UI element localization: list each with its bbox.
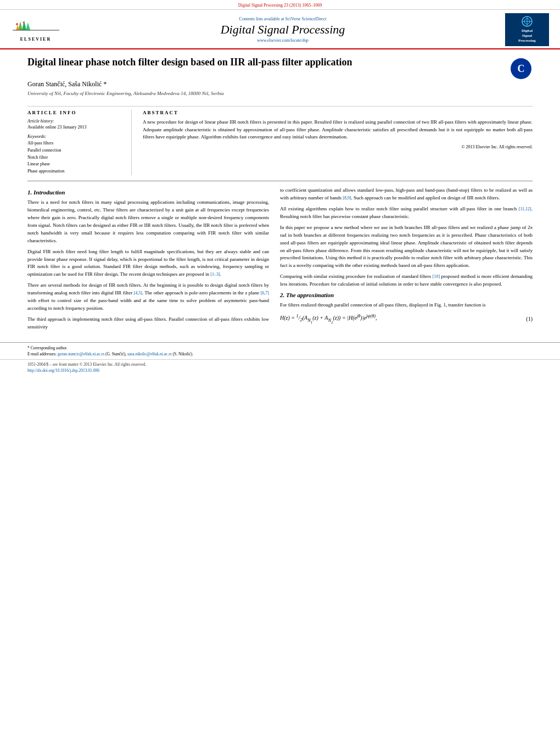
left-column: 1. Introduction There is a need for notc… xyxy=(27,187,269,334)
abstract-text: A new procedure for design of linear pha… xyxy=(143,119,533,141)
right-column: to coefficient quantization and allows s… xyxy=(280,187,533,334)
ref-8-9[interactable]: [8,9] xyxy=(343,196,351,200)
formula-1: H(z) = 1/2(AN1(z) + AN2(z)) = |H(ejθ)|ej… xyxy=(280,314,533,324)
keywords-label: Keywords: xyxy=(27,134,123,139)
journal-title: Digital Signal Processing xyxy=(71,23,494,37)
keyword-5: Phase approximation xyxy=(27,168,123,175)
intro-para-2: Digital FIR notch filter need long filte… xyxy=(27,248,269,279)
formula-number: (1) xyxy=(526,316,533,322)
sciverse-link[interactable]: Contents lists available at SciVerse Sci… xyxy=(71,16,494,21)
crossmark-logo[interactable]: C xyxy=(511,58,533,80)
footnote-area: * Corresponding author. E-mail addresses… xyxy=(0,342,560,360)
affiliation: University of Niš, Faculty of Electronic… xyxy=(27,91,533,96)
article-info-panel: ARTICLE INFO Article history: Available … xyxy=(27,110,132,175)
intro-para-4: The third approach is implementing notch… xyxy=(27,316,269,331)
copyright-notice: © 2013 Elsevier Inc. All rights reserved… xyxy=(143,144,533,149)
ref-6-7[interactable]: [6,7] xyxy=(261,291,269,295)
elsevier-wordmark: ELSEVIER xyxy=(20,37,51,42)
article-history-label: Article history: xyxy=(27,119,123,124)
section2-heading: 2. The approximation xyxy=(280,292,533,298)
journal-logo-box: DigitalSignalProcessing xyxy=(505,13,549,46)
footnote-email-2[interactable]: sasa.nikolic@elfak.ni.ac.rs xyxy=(127,352,172,356)
intro-para-3: There are several methods for design of … xyxy=(27,282,269,313)
ref-10[interactable]: [10] xyxy=(433,274,440,279)
available-online: Available online 23 January 2013 xyxy=(27,125,123,130)
ref-4-5[interactable]: [4,5] xyxy=(134,291,142,295)
footnote-email-1-name: (G. Stančić), xyxy=(105,352,126,356)
keyword-4: Linear phase xyxy=(27,161,123,168)
footnote-email-1[interactable]: goran.stancic@elfak.ni.ac.rs xyxy=(58,352,104,356)
keyword-2: Parallel connection xyxy=(27,147,123,154)
doi-link[interactable]: http://dx.doi.org/10.1016/j.dsp.2013.01.… xyxy=(27,368,99,373)
right-para-4: Comparing with similar existing procedur… xyxy=(280,273,533,288)
keywords-list: All-pass filters Parallel connection Not… xyxy=(27,140,123,175)
keyword-1: All-pass filters xyxy=(27,140,123,147)
footnote-star-label: * Corresponding author. xyxy=(27,345,68,350)
article-info-heading: ARTICLE INFO xyxy=(27,110,123,115)
right-para-1: to coefficient quantization and allows s… xyxy=(280,187,533,202)
section2-para-1: For filters realized through parallel co… xyxy=(280,302,533,309)
svg-text:C: C xyxy=(518,63,525,74)
formula-text: H(z) = 1/2(AN1(z) + AN2(z)) = |H(ejθ)|ej… xyxy=(280,314,377,324)
page-footer: 1051-2004/$ – see front matter © 2013 El… xyxy=(0,359,560,376)
issn-notice: 1051-2004/$ – see front matter © 2013 El… xyxy=(27,362,533,367)
authors: Goran Stančić, Saša Nikolić * xyxy=(27,80,533,88)
ref-11-12[interactable]: [11,12] xyxy=(519,207,531,211)
journal-url[interactable]: www.elsevier.com/locate/dsp xyxy=(71,38,494,43)
footnote-email-2-name: (S. Nikolić). xyxy=(173,352,193,356)
intro-para-1: There is a need for notch filters in man… xyxy=(27,199,269,245)
abstract-heading: ABSTRACT xyxy=(143,110,533,115)
abstract-panel: ABSTRACT A new procedure for design of l… xyxy=(143,110,533,175)
footnote-email-label: E-mail addresses: xyxy=(27,352,57,356)
intro-heading: 1. Introduction xyxy=(27,189,269,196)
keyword-3: Notch filter xyxy=(27,154,123,161)
svg-point-5 xyxy=(16,23,18,25)
right-para-2: All existing algorithms explain how to r… xyxy=(280,205,533,221)
journal-logo-label: DigitalSignalProcessing xyxy=(518,29,536,43)
journal-citation: Digital Signal Processing 23 (2013) 1065… xyxy=(238,3,322,8)
right-para-3: In this paper we propose a new method wh… xyxy=(280,224,533,270)
elsevier-logo: ELSEVIER xyxy=(11,16,60,43)
ref-1-3[interactable]: [1–3] xyxy=(210,272,220,277)
svg-point-6 xyxy=(23,21,24,23)
article-title: Digital linear phase notch filter design… xyxy=(27,56,478,69)
